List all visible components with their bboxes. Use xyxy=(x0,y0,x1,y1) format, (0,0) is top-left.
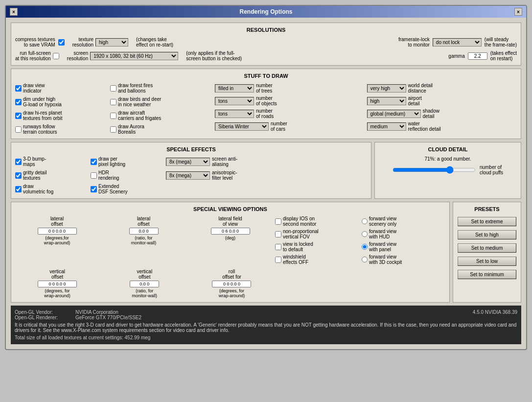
windshield-cb[interactable] xyxy=(275,257,281,263)
cloud-detail-section: CLOUD DETAIL 71%: a good number. number … xyxy=(374,142,521,199)
vertical-offset-ratio-input[interactable] xyxy=(130,281,159,287)
num-roads-label: numberof roads xyxy=(256,108,274,119)
screen-aa-select[interactable]: 8x (mega)none2x4x xyxy=(166,158,210,166)
vertical-offset-deg-input[interactable] xyxy=(38,281,77,287)
special-viewing-title: SPECIAL VIEWING OPTIONS xyxy=(15,206,445,212)
set-to-high-button[interactable]: Set to high xyxy=(458,230,516,239)
stuff-to-draw-title: STUFF TO DRAW xyxy=(15,73,517,79)
dim-under-high-cb[interactable] xyxy=(15,99,22,105)
hdr-rendering-cb[interactable] xyxy=(91,172,97,179)
volumetric-fog-item: drawvolumetric fog xyxy=(15,184,89,194)
cloud-puffs-slider[interactable] xyxy=(393,166,476,174)
display-ios-item: display IOS onsecond monitor xyxy=(275,216,359,227)
draw-aurora-cb[interactable] xyxy=(110,126,116,133)
vendor-value: NVIDIA Corporation xyxy=(75,309,118,315)
cloud-detail-title: CLOUD DETAIL xyxy=(379,146,517,152)
stuff-to-draw-section: STUFF TO DRAW draw viewindicator dim und… xyxy=(11,69,521,139)
num-roads-select[interactable]: tonsnonesome xyxy=(215,110,254,118)
draw-aircraft-cb[interactable] xyxy=(110,113,116,119)
special-viewing-section: SPECIAL VIEWING OPTIONS lateraloffset (d… xyxy=(11,202,450,303)
compress-textures-checkbox[interactable] xyxy=(58,39,65,46)
runways-follow-item: runways followterrain contours xyxy=(15,124,108,135)
vendor-label: Open-GL Vendor: xyxy=(15,309,53,315)
world-detail-label: world detaildistance xyxy=(408,83,433,94)
roll-offset-input[interactable] xyxy=(212,281,251,287)
draw-view-indicator-cb[interactable] xyxy=(15,85,22,92)
display-ios-cb[interactable] xyxy=(275,218,281,225)
draw-aircraft-item: draw aircraftcarriers and frigates xyxy=(110,110,213,121)
bump-maps-cb[interactable] xyxy=(15,159,22,165)
num-cars-select[interactable]: Siberia Winternonedefault xyxy=(215,122,269,131)
view-locked-cb[interactable] xyxy=(275,244,281,250)
lateral-offset-ratio-input[interactable] xyxy=(129,228,159,235)
draw-forest-fires-cb[interactable] xyxy=(110,85,116,92)
draw-forest-fires-item: draw forest firesand balloons xyxy=(110,83,213,94)
bump-maps-item: 3-D bump-maps xyxy=(15,156,89,167)
warning-text: It is critical that you use the right 3-… xyxy=(15,322,517,333)
non-proportional-item: non-proportionalvertical FOV xyxy=(275,229,359,239)
water-reflection-select[interactable]: mediumnonelowhigh xyxy=(367,122,406,131)
run-fullscreen-label: run full-screenat this resolution xyxy=(15,50,51,61)
non-proportional-cb[interactable] xyxy=(275,231,281,237)
texture-resolution-label: textureresolution xyxy=(72,37,93,47)
run-fullscreen-checkbox[interactable] xyxy=(53,53,59,59)
screen-aa-label: screen anti-aliasing xyxy=(212,156,237,167)
changes-take-effect: (changes takeeffect on re-start) xyxy=(136,37,173,47)
cloud-puffs-label: number ofcloud puffs xyxy=(480,165,503,175)
forward-panel-radio[interactable] xyxy=(362,244,368,250)
world-detail-select[interactable]: very highlowmediumhigh xyxy=(367,84,406,93)
gritty-detail-cb[interactable] xyxy=(15,172,22,179)
special-effects-title: SPECIAL EFFECTS xyxy=(15,146,367,152)
num-objects-select[interactable]: tonsnonesomemany xyxy=(215,97,254,105)
set-to-minimum-button[interactable]: Set to minimum xyxy=(458,270,516,279)
draw-birds-cb[interactable] xyxy=(110,99,116,105)
close-btn-right[interactable]: × xyxy=(514,8,522,16)
title-bar: × Rendering Options × xyxy=(6,6,526,18)
close-btn-left[interactable]: × xyxy=(10,8,18,16)
lateral-offset-deg-input[interactable] xyxy=(38,228,77,235)
forward-hud-radio[interactable] xyxy=(362,231,368,237)
airport-detail-select[interactable]: highlowmedium xyxy=(367,97,406,105)
set-to-low-button[interactable]: Set to low xyxy=(458,257,516,266)
shadow-detail-select[interactable]: global (medium)nonelow xyxy=(367,110,421,118)
screen-resolution-select[interactable]: 1920 x 1080, 32 bit (60 Hz) xyxy=(90,52,178,60)
volumetric-fog-cb[interactable] xyxy=(15,186,22,192)
anisotropic-select[interactable]: 8x (mega)none2x4x xyxy=(166,171,210,180)
screen-resolution-label: screenresolution xyxy=(67,50,88,61)
extended-dsf-cb[interactable] xyxy=(91,186,97,192)
draw-aurora-item: draw AuroraBorealis xyxy=(110,124,213,135)
compress-textures-label: compress texturesto save VRAM xyxy=(15,37,55,47)
num-cars-label: numberof cars xyxy=(271,121,287,132)
draw-hires-cb[interactable] xyxy=(15,113,22,119)
per-pixel-lighting-cb[interactable] xyxy=(91,159,97,165)
forward-panel-item: forward viewwith panel xyxy=(362,241,445,252)
forward-3d-radio[interactable] xyxy=(362,257,368,262)
forward-scenery-radio[interactable] xyxy=(362,218,368,224)
set-to-extreme-button[interactable]: Set to extreme xyxy=(458,217,516,226)
forward-hud-item: forward viewwith HUD xyxy=(362,229,445,239)
set-to-medium-button[interactable]: Set to medium xyxy=(458,243,516,253)
version-value: 4.5.0 NVIDIA 368.39 xyxy=(473,309,517,315)
cloud-slider-label: 71%: a good number. xyxy=(379,156,517,162)
num-objects-label: numberof objects xyxy=(256,95,277,106)
renderer-label: Open-GL Renderer: xyxy=(15,315,58,320)
resolutions-section: RESOLUTIONS compress texturesto save VRA… xyxy=(11,23,521,66)
draw-hires-item: draw hi-res planettextures from orbit xyxy=(15,110,108,121)
num-trees-select[interactable]: filled innonesometons xyxy=(215,84,254,93)
airport-detail-label: airportdetail xyxy=(408,95,422,106)
water-reflection-label: waterreflection detail xyxy=(408,121,441,132)
total-size: Total size of all loaded textures at cur… xyxy=(15,335,517,340)
lateral-field-input[interactable] xyxy=(211,228,250,235)
special-effects-section: SPECIAL EFFECTS 3-D bump-maps gritty det… xyxy=(11,142,371,199)
draw-view-indicator-item: draw viewindicator xyxy=(15,83,108,94)
hdr-rendering-item: HDRrendering xyxy=(91,170,164,181)
gamma-input[interactable] xyxy=(468,52,487,60)
framerate-lock-select[interactable]: do not lock 30 fps 60 fps xyxy=(433,38,482,47)
only-applies-label: (only applies if the full-screen button … xyxy=(186,50,242,61)
per-pixel-lighting-item: draw perpixel lighting xyxy=(91,156,164,167)
runways-follow-cb[interactable] xyxy=(15,126,22,133)
rendering-options-window: × Rendering Options × RESOLUTIONS compre… xyxy=(5,5,527,350)
extended-dsf-item: ExtendedDSF Scenery xyxy=(91,184,164,194)
texture-resolution-select[interactable]: high low medium very high xyxy=(95,38,128,47)
presets-section: PRESETS Set to extreme Set to high Set t… xyxy=(453,202,521,303)
